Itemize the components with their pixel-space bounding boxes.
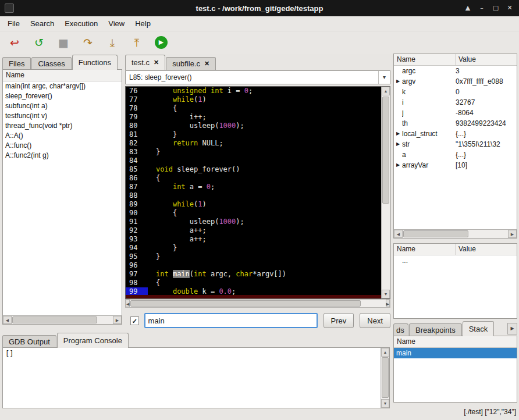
scroll-right-icon[interactable]: ▶ xyxy=(113,316,122,324)
scrollbar-track[interactable] xyxy=(403,230,508,238)
line-number[interactable]: 86 xyxy=(126,174,148,183)
expand-icon[interactable]: ▶ xyxy=(394,76,402,87)
variable-row[interactable]: th9382499223424 xyxy=(394,118,517,129)
scrollbar-thumb[interactable] xyxy=(130,300,360,307)
scroll-up-icon[interactable]: ▲ xyxy=(381,348,389,357)
line-number[interactable]: 96 xyxy=(126,261,148,270)
console-tab-gdb-output[interactable]: GDB Output xyxy=(2,335,56,348)
line-number[interactable]: 98 xyxy=(126,279,148,287)
stack-name-column-header[interactable]: Name xyxy=(394,336,517,347)
left-tab-classes[interactable]: Classes xyxy=(31,57,71,70)
step-in-button[interactable]: ⤓ xyxy=(104,34,121,51)
variables-horizontal-scrollbar[interactable]: ◀ ▶ xyxy=(394,229,517,238)
search-input[interactable] xyxy=(144,313,318,328)
watch-name-column-header[interactable]: Name xyxy=(394,244,456,255)
tab-overflow-right-icon[interactable]: ▶ xyxy=(507,323,517,334)
code-line[interactable]: 96 xyxy=(126,261,381,270)
code-line[interactable]: 82 return NULL; xyxy=(126,139,381,148)
step-over-button[interactable]: ↷ xyxy=(79,34,97,51)
code-line[interactable]: 76 unsigned int i = 0; xyxy=(126,87,381,95)
line-number[interactable]: 79 xyxy=(126,113,148,122)
variable-row[interactable]: i32767 xyxy=(394,97,517,108)
line-number[interactable]: 78 xyxy=(126,104,148,113)
variable-row[interactable]: k0 xyxy=(394,87,517,97)
console-vertical-scrollbar[interactable]: ▲ ▼ xyxy=(381,348,389,408)
menu-view[interactable]: View xyxy=(103,17,130,30)
line-number[interactable]: 92 xyxy=(126,226,148,235)
function-item[interactable]: subfunc(int a) xyxy=(3,101,122,111)
editor-tab-test-c[interactable]: test.c✕ xyxy=(125,55,165,70)
search-next-button[interactable]: Next xyxy=(360,313,390,328)
line-number[interactable]: 93 xyxy=(126,235,148,244)
scroll-left-icon[interactable]: ◀ xyxy=(394,230,403,238)
code-line[interactable]: 90 { xyxy=(126,209,381,218)
scroll-right-icon[interactable]: ▶ xyxy=(386,300,390,307)
variables-value-column-header[interactable]: Value xyxy=(456,54,517,65)
menu-execution[interactable]: Execution xyxy=(59,17,103,30)
function-item[interactable]: A::A() xyxy=(3,131,122,141)
stack-tab-ds[interactable]: ds xyxy=(393,323,408,336)
variable-row[interactable]: j-8064 xyxy=(394,108,517,118)
functions-name-column-header[interactable]: Name xyxy=(3,70,122,81)
scrollbar-thumb[interactable] xyxy=(12,316,97,323)
stack-tab-breakpoints[interactable]: Breakpoints xyxy=(409,323,462,336)
stack-tab-stack[interactable]: Stack xyxy=(463,321,495,336)
line-number[interactable]: 94 xyxy=(126,244,148,252)
scroll-down-icon[interactable]: ▼ xyxy=(381,399,389,408)
maximize-button[interactable]: ▢ xyxy=(489,2,503,15)
code-line[interactable]: 85void sleep_forever() xyxy=(126,165,381,174)
menu-search[interactable]: Search xyxy=(25,17,59,30)
line-number[interactable]: 97 xyxy=(126,270,148,279)
shade-button[interactable]: ▲ xyxy=(461,2,475,15)
expand-icon[interactable]: ▶ xyxy=(394,129,402,139)
scrollbar-track[interactable] xyxy=(382,95,390,290)
code-line[interactable]: 77 while(1) xyxy=(126,95,381,104)
code-line[interactable]: 86{ xyxy=(126,174,381,183)
search-prev-button[interactable]: Prev xyxy=(324,313,354,328)
watch-value-column-header[interactable]: Value xyxy=(456,244,517,255)
code-line[interactable]: 80 usleep(1000); xyxy=(126,122,381,130)
search-option-checkbox[interactable]: ✓ xyxy=(130,316,139,325)
continue-button[interactable]: ▶ xyxy=(152,34,170,51)
code-line[interactable]: 84 xyxy=(126,156,381,165)
code-line[interactable]: 81 } xyxy=(126,130,381,139)
line-number[interactable]: 89 xyxy=(126,200,148,209)
console-output-area[interactable]: [] xyxy=(3,348,381,408)
code-line[interactable]: 93 a++; xyxy=(126,235,381,244)
editor-vertical-scrollbar[interactable]: ▲ ▼ xyxy=(381,87,390,298)
line-number[interactable]: 91 xyxy=(126,218,148,226)
code-line[interactable]: 78 { xyxy=(126,104,381,113)
expand-icon[interactable]: ▶ xyxy=(394,160,402,170)
scroll-left-icon[interactable]: ◀ xyxy=(3,316,12,324)
line-number[interactable]: 80 xyxy=(126,122,148,130)
code-line[interactable]: 94 } xyxy=(126,244,381,252)
line-number[interactable]: 85 xyxy=(126,165,148,174)
function-item[interactable]: A::func2(int g) xyxy=(3,151,122,161)
minimize-button[interactable]: – xyxy=(475,2,489,15)
variable-row[interactable]: ▶local_struct{...} xyxy=(394,129,517,139)
stack-frame-row[interactable]: main xyxy=(394,348,517,358)
scrollbar-track[interactable] xyxy=(381,357,389,399)
close-tab-icon[interactable]: ✕ xyxy=(154,59,159,66)
function-item[interactable]: thread_func(void *ptr) xyxy=(3,121,122,131)
function-item[interactable]: testfunc(int v) xyxy=(3,111,122,121)
line-number[interactable]: 81 xyxy=(126,130,148,139)
variable-row[interactable]: ▶str"1\355I\211\32 xyxy=(394,139,517,150)
code-line[interactable]: 88 xyxy=(126,191,381,200)
left-tab-files[interactable]: Files xyxy=(2,57,31,70)
editor-horizontal-scrollbar[interactable]: ◀ ▶ xyxy=(125,299,390,308)
function-item[interactable]: A::func() xyxy=(3,141,122,151)
line-number[interactable]: 90 xyxy=(126,209,148,218)
code-line[interactable]: 87 int a = 0; xyxy=(126,183,381,191)
menu-help[interactable]: Help xyxy=(130,17,156,30)
editor-tab-subfile-c[interactable]: subfile.c✕ xyxy=(166,57,216,70)
restart-button[interactable]: ↺ xyxy=(30,34,48,51)
scrollbar-track[interactable] xyxy=(130,300,385,307)
close-tab-icon[interactable]: ✕ xyxy=(204,60,209,67)
code-line[interactable]: 79 i++; xyxy=(126,113,381,122)
scroll-up-icon[interactable]: ▲ xyxy=(382,87,390,95)
code-line[interactable]: 83} xyxy=(126,148,381,156)
variable-row[interactable]: ... xyxy=(394,255,517,266)
variables-name-column-header[interactable]: Name xyxy=(394,54,456,65)
variable-row[interactable]: ▶arrayVar[10] xyxy=(394,160,517,170)
